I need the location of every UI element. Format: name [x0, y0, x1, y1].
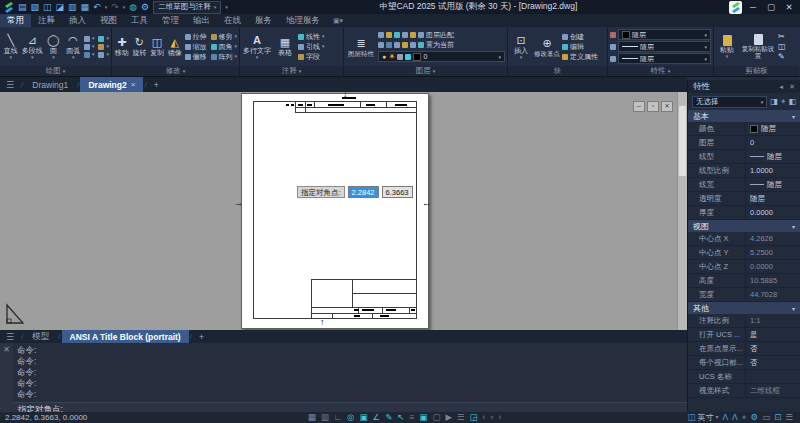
section-view[interactable]: 视图▾ [688, 220, 800, 232]
dynamic-input-y-field[interactable]: 6.3663 [382, 186, 413, 198]
status-menu-icon[interactable]: ☰ [785, 412, 793, 423]
preview-icon[interactable]: ▦ [81, 1, 90, 14]
layout-paper[interactable]: ↓ ↑ → ← [241, 93, 429, 329]
layer-set-current-button[interactable]: 置为当前 [426, 41, 454, 49]
ellipse-button[interactable]: ▾ [98, 52, 109, 58]
ortho-icon[interactable]: ∟ [334, 412, 342, 423]
redo-caret-icon[interactable]: ▾ [123, 4, 126, 10]
lineweight-icon[interactable]: ≡ [409, 412, 414, 423]
section-misc[interactable]: 其他▾ [688, 302, 800, 314]
undo-caret-icon[interactable]: ▾ [105, 4, 108, 10]
table-button[interactable]: ▦表格 [274, 36, 296, 57]
layer-unlock-icon[interactable] [378, 42, 384, 48]
layout-tab-menu-icon[interactable]: ☰ [0, 332, 20, 342]
prop-row-ucs-per-viewport[interactable]: 每个视口都...否 [688, 356, 800, 370]
prop-row-color[interactable]: 颜色随层 [688, 122, 800, 136]
linetype-dropdown[interactable]: 随层▾ [618, 53, 711, 64]
layer-match-button[interactable]: 图层匹配 [426, 31, 454, 39]
edit-base-point-button[interactable]: ⊕修改基点 [534, 37, 560, 57]
command-close-icon[interactable]: ✕ [3, 345, 10, 354]
tab-output[interactable]: 输出 [186, 14, 217, 27]
leader-button[interactable]: 引线▾ [298, 43, 325, 51]
prop-row-height[interactable]: 高度10.5885 [688, 274, 800, 288]
prop-row-linetype-scale[interactable]: 线型比例1.0000 [688, 164, 800, 178]
tab-geo[interactable]: 地理服务 [279, 14, 327, 27]
select-cursor-icon[interactable]: ↖ [397, 412, 404, 423]
array-button[interactable]: 阵列▾ [211, 53, 238, 61]
prop-row-thickness[interactable]: 厚度0.0000 [688, 206, 800, 220]
panel-label-modify[interactable]: 修改▾ [112, 66, 239, 76]
nav-prev-icon[interactable]: ‹ [483, 412, 486, 423]
dynamic-input-x-field[interactable]: 2.2842 [348, 186, 379, 198]
layer-on-icon[interactable] [410, 32, 416, 38]
line-button[interactable]: ╲直线▾ [2, 34, 20, 60]
drawing-canvas[interactable]: ─▫✕ [0, 92, 687, 330]
prop-row-width[interactable]: 宽度44.7028 [688, 288, 800, 302]
canvas-vertical-scrollbar[interactable] [677, 92, 687, 330]
selection-dropdown[interactable]: 无选择▾ [692, 96, 767, 108]
prop-row-annotation-scale[interactable]: 注释比例1:1 [688, 314, 800, 328]
units-label[interactable]: 英寸 [697, 412, 713, 423]
fillet-button[interactable]: 圆角▾ [211, 43, 238, 51]
section-basic[interactable]: 基本▾ [688, 110, 800, 122]
open-folder-icon[interactable]: ▧ [31, 1, 40, 14]
settings-gear-icon[interactable]: ⚙ [751, 412, 759, 423]
command-window[interactable]: ✕ 命令: 命令: 命令: 命令: 命令: 指定对角点: [0, 343, 687, 412]
units-icon[interactable]: ◫ [687, 412, 695, 423]
prop-row-transparency[interactable]: 透明度随层 [688, 192, 800, 206]
layer-walk-icon[interactable] [386, 42, 392, 48]
dyn-input-icon[interactable]: ✎ [385, 412, 392, 423]
cut-button[interactable]: ✂ [778, 33, 786, 41]
quick-menu-icon[interactable]: ☰ [457, 412, 465, 423]
layout-tab-model[interactable]: 模型 [24, 330, 57, 343]
redo-icon[interactable]: ↷ [111, 1, 119, 14]
prop-row-center-z[interactable]: 中心点 Z0.0000 [688, 260, 800, 274]
selection-arrow-icon[interactable]: ▶ [445, 412, 452, 423]
tab-close-icon[interactable]: × [131, 80, 136, 89]
annotation-scale-icon[interactable]: Λ [722, 412, 728, 423]
rectangle-button[interactable]: ▾ [84, 36, 95, 42]
scrollbar-thumb[interactable] [679, 106, 686, 176]
otrack-icon[interactable]: ∠ [373, 412, 381, 423]
block-create-button[interactable]: 创建 [562, 33, 598, 41]
prop-row-lineweight[interactable]: 线宽随层 [688, 178, 800, 192]
layer-thaw-icon[interactable] [418, 32, 424, 38]
mtext-button[interactable]: A多行文字▾ [242, 34, 272, 60]
ribbon-collapse-icon[interactable]: ▣▾ [333, 17, 343, 25]
tab-insert[interactable]: 插入 [62, 14, 93, 27]
rotate-button[interactable]: ↻旋转 [132, 36, 148, 57]
arc-button[interactable]: ◠圆弧▾ [64, 34, 82, 60]
prop-row-visual-style[interactable]: 视觉样式二维线框 [688, 384, 800, 398]
workspace-grid-icon[interactable]: ◲ [470, 412, 478, 423]
layer-prev-icon[interactable] [394, 42, 400, 48]
layer-lock-icon[interactable] [402, 32, 408, 38]
select-objects-icon[interactable]: ⌖ [781, 97, 786, 107]
field-button[interactable]: 字段 [298, 53, 325, 61]
osnap-icon[interactable]: ▣ [359, 412, 367, 423]
snap-icon[interactable]: ▥ [321, 412, 329, 423]
layer-freeze-icon[interactable] [394, 32, 400, 38]
annotation-add-icon[interactable]: Λ [732, 412, 738, 423]
trim-button[interactable]: 修剪▾ [211, 33, 238, 41]
layout-tab-ansi-a[interactable]: ANSI A Title Block (portrait) [62, 330, 189, 343]
toggle-pickadd-icon[interactable]: ◧ [788, 97, 796, 106]
prop-row-center-x[interactable]: 中心点 X4.2626 [688, 232, 800, 246]
new-file-icon[interactable]: ▤ [18, 1, 27, 14]
tab-tools[interactable]: 工具 [124, 14, 155, 27]
tab-annotate[interactable]: 注释 [31, 14, 62, 27]
file-tab-drawing2[interactable]: Drawing2× [80, 77, 143, 92]
layer-dropdown[interactable]: ● ☀ 0 ▾ [378, 51, 505, 62]
layer-isolate-icon[interactable] [386, 32, 392, 38]
fullscreen-icon[interactable]: ⊡ [774, 412, 781, 423]
layer-delete-icon[interactable] [410, 42, 416, 48]
spline-button[interactable]: ▾ [98, 36, 109, 42]
prop-row-layer[interactable]: 图层0 [688, 136, 800, 150]
tab-online[interactable]: 在线 [217, 14, 248, 27]
panel-label-block[interactable]: 块 [508, 66, 607, 76]
undo-icon[interactable]: ↶ [93, 1, 101, 14]
layer-merge-icon[interactable] [402, 42, 408, 48]
transparency-icon[interactable]: ▣ [419, 412, 427, 423]
tab-home[interactable]: 常用 [0, 14, 31, 27]
polar-icon[interactable]: ◎ [347, 412, 354, 423]
isolate-icon[interactable]: ⌖ [742, 412, 747, 423]
